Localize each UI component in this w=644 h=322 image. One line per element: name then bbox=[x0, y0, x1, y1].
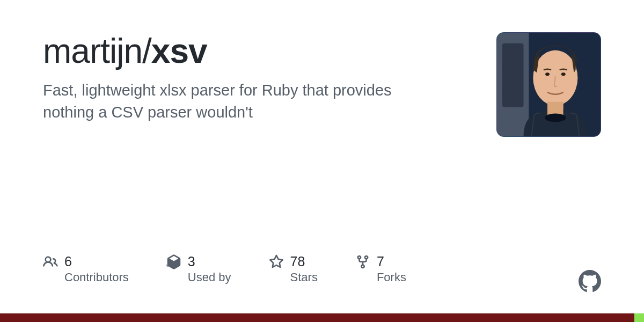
forks-count: 7 bbox=[377, 253, 406, 269]
slash-separator: / bbox=[142, 32, 151, 70]
forks-label: Forks bbox=[377, 270, 406, 284]
svg-rect-2 bbox=[502, 43, 524, 107]
contributors-count: 6 bbox=[64, 253, 129, 269]
star-icon bbox=[269, 254, 284, 269]
repo-owner: martijn bbox=[43, 32, 142, 70]
repo-title[interactable]: martijn/xsv bbox=[43, 32, 472, 70]
stats-row: 6 Contributors 3 Used by 78 Stars bbox=[43, 253, 406, 284]
svg-point-5 bbox=[561, 72, 566, 76]
language-segment-ruby bbox=[0, 313, 634, 322]
github-logo-icon[interactable] bbox=[579, 270, 601, 292]
stars-label: Stars bbox=[290, 270, 318, 284]
stat-contributors[interactable]: 6 Contributors bbox=[43, 253, 129, 284]
avatar[interactable] bbox=[496, 32, 601, 137]
stars-count: 78 bbox=[290, 253, 318, 269]
language-segment-shell bbox=[634, 313, 644, 322]
svg-point-4 bbox=[545, 72, 550, 76]
people-icon bbox=[43, 254, 58, 269]
used-by-label: Used by bbox=[188, 270, 231, 284]
repo-description: Fast, lightweight xlsx parser for Ruby t… bbox=[43, 79, 419, 123]
language-bar bbox=[0, 313, 644, 322]
stat-stars[interactable]: 78 Stars bbox=[269, 253, 318, 284]
stat-forks[interactable]: 7 Forks bbox=[355, 253, 406, 284]
svg-rect-6 bbox=[547, 102, 564, 115]
used-by-count: 3 bbox=[188, 253, 231, 269]
stat-used-by[interactable]: 3 Used by bbox=[166, 253, 231, 284]
repo-name: xsv bbox=[151, 32, 207, 70]
contributors-label: Contributors bbox=[64, 270, 129, 284]
svg-point-7 bbox=[545, 113, 566, 122]
fork-icon bbox=[355, 254, 370, 269]
package-dependents-icon bbox=[166, 254, 181, 269]
